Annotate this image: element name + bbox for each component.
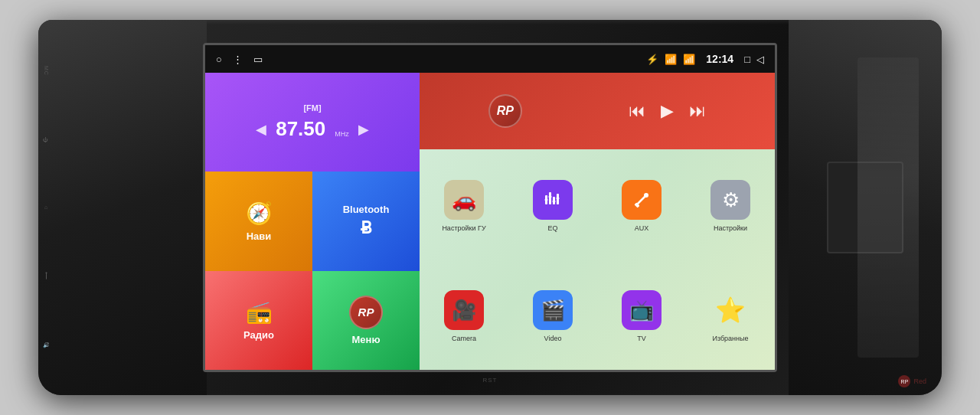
watermark-text: Red — [913, 377, 926, 385]
fm-frequency: 87.50 — [276, 117, 325, 141]
home-label: ⌂ — [44, 204, 49, 211]
aux-icon — [622, 180, 662, 220]
menu-label: Меню — [351, 334, 380, 345]
status-right: ⚡ 📶 📶 12:14 □ ◁ — [646, 53, 764, 65]
mc-label: MC — [44, 66, 49, 76]
fm-next-btn[interactable]: ▶ — [358, 121, 369, 138]
power-label: ⏻ — [44, 137, 49, 143]
fm-tile[interactable]: [FM] ◀ 87.50 МHz ▶ — [205, 73, 420, 172]
tv-label: TV — [637, 335, 646, 342]
tv-icon: 📺 — [622, 290, 662, 330]
fm-controls: ◀ 87.50 МHz ▶ — [256, 117, 369, 141]
svg-rect-7 — [556, 198, 560, 199]
menu-icon: ⋮ — [233, 54, 243, 65]
menu-logo: RP — [358, 306, 374, 319]
left-panel: MC ⏻ ⌂ ⟵ 🔊 — [38, 20, 207, 395]
status-left: ○ ⋮ ▭ — [216, 54, 263, 65]
settings-gu-icon: 🚗 — [444, 180, 484, 220]
camera-label: Camera — [452, 335, 476, 342]
wifi-status-icon: 📶 — [665, 54, 677, 65]
svg-rect-5 — [548, 196, 552, 198]
signal-icon: 📶 — [683, 54, 695, 65]
status-bar: ○ ⋮ ▭ ⚡ 📶 📶 12:14 □ ◁ — [205, 45, 775, 73]
app-favorites[interactable]: ⭐ Избранные — [686, 260, 775, 370]
car-unit: MC ⏻ ⌂ ⟵ 🔊 ○ ⋮ ▭ ⚡ 📶 📶 12:14 □ ◁ — [38, 20, 942, 395]
media-controls: ⏮ ▶ ⏭ — [629, 101, 706, 121]
radio-tile[interactable]: 📻 Радио — [205, 271, 312, 370]
video-icon: 🎬 — [533, 290, 573, 330]
bluetooth-label: Bluetooth — [343, 204, 390, 215]
side-labels: MC ⏻ ⌂ ⟵ 🔊 — [43, 20, 49, 395]
radio-icon: 📻 — [246, 299, 273, 325]
navi-tile[interactable]: 🧭 Нави — [205, 172, 312, 270]
rp-logo-text: RP — [497, 104, 514, 118]
svg-rect-6 — [552, 201, 556, 202]
watermark: RP Red — [898, 375, 926, 387]
svg-point-9 — [644, 193, 648, 198]
volume-label: 🔊 — [43, 341, 49, 349]
app-camera[interactable]: 🎥 Camera — [420, 260, 508, 370]
rp-logo: RP — [488, 94, 522, 128]
right-panel — [789, 20, 942, 395]
media-prev-btn[interactable]: ⏮ — [629, 101, 645, 121]
bluetooth-tile[interactable]: Bluetooth Ƀ — [312, 172, 420, 270]
media-next-btn[interactable]: ⏭ — [689, 101, 706, 121]
fm-label: [FM] — [303, 103, 321, 113]
favorites-icon: ⭐ — [710, 290, 750, 330]
eq-icon — [533, 180, 573, 220]
svg-rect-1 — [549, 192, 551, 204]
radio-label: Радио — [243, 329, 274, 341]
navi-icon: 🧭 — [246, 201, 273, 226]
back-label: ⟵ — [43, 272, 49, 280]
bluetooth-status-icon: ⚡ — [646, 54, 658, 65]
bluetooth-icon: Ƀ — [361, 218, 372, 238]
media-player: RP ⏮ ▶ ⏭ — [420, 73, 775, 149]
fm-prev-btn[interactable]: ◀ — [256, 121, 266, 138]
rst-label: RST — [483, 377, 498, 384]
right-reflection — [858, 57, 919, 358]
circle-icon: ○ — [216, 54, 222, 65]
media-play-btn[interactable]: ▶ — [661, 101, 674, 121]
left-tiles: [FM] ◀ 87.50 МHz ▶ 🧭 Нави Bluetooth — [205, 73, 420, 370]
settings-gu-label: Настройки ГУ — [442, 224, 485, 232]
settings-icon: ⚙ — [710, 180, 750, 220]
window-icon: □ — [744, 54, 750, 65]
app-settings-gu[interactable]: 🚗 Настройки ГУ — [420, 149, 508, 260]
navi-label: Нави — [247, 230, 272, 242]
camera-icon: 🎥 — [444, 290, 484, 330]
back-status-icon: ◁ — [756, 54, 764, 65]
svg-rect-4 — [544, 199, 548, 201]
status-time: 12:14 — [706, 53, 733, 65]
screen: ○ ⋮ ▭ ⚡ 📶 📶 12:14 □ ◁ [FM] — [203, 43, 777, 372]
app-video[interactable]: 🎬 Video — [508, 260, 597, 370]
favorites-label: Избранные — [712, 335, 748, 342]
watermark-icon: RP — [898, 375, 910, 387]
app-tv[interactable]: 📺 TV — [597, 260, 686, 370]
main-content: [FM] ◀ 87.50 МHz ▶ 🧭 Нави Bluetooth — [205, 73, 775, 370]
screen-icon: ▭ — [253, 54, 263, 65]
aux-label: AUX — [635, 224, 649, 232]
app-aux[interactable]: AUX — [597, 149, 686, 260]
right-area: RP ⏮ ▶ ⏭ 🚗 Настройки ГУ — [420, 73, 775, 370]
video-label: Video — [544, 335, 562, 342]
app-eq[interactable]: EQ — [508, 149, 597, 260]
fm-unit: МHz — [335, 130, 349, 138]
settings-label: Настройки — [714, 224, 747, 232]
app-settings[interactable]: ⚙ Настройки — [686, 149, 775, 260]
menu-tile[interactable]: RP Меню — [312, 271, 420, 370]
eq-label: EQ — [547, 224, 557, 232]
